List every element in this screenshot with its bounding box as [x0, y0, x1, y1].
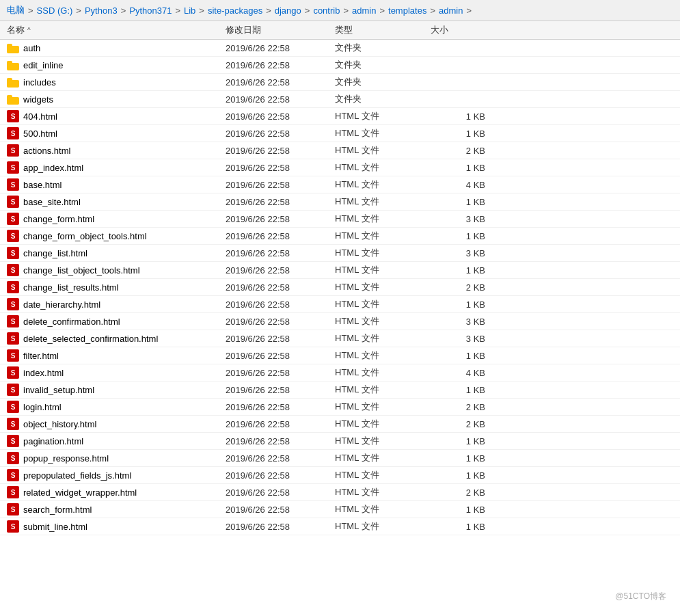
file-size: 1 KB — [431, 470, 499, 481]
file-date: 2019/6/26 22:58 — [226, 419, 335, 429]
folder-row[interactable]: edit_inline 2019/6/26 22:58 文件夹 — [0, 57, 680, 74]
col-name-header[interactable]: 名称 ^ — [7, 24, 226, 36]
file-name: base_site.html — [23, 197, 81, 207]
breadcrumb-pc[interactable]: 电脑 — [7, 4, 25, 16]
file-row[interactable]: S search_form.html 2019/6/26 22:58 HTML … — [0, 501, 680, 518]
column-headers: 名称 ^ 修改日期 类型 大小 — [0, 21, 680, 40]
col-size-header[interactable]: 大小 — [431, 24, 499, 36]
file-name: object_history.html — [23, 419, 96, 429]
file-row[interactable]: S change_form.html 2019/6/26 22:58 HTML … — [0, 211, 680, 228]
breadcrumb-site-packages[interactable]: site-packages — [208, 5, 262, 16]
breadcrumb-sep-4: > — [197, 5, 206, 16]
html-file-icon: S — [7, 213, 19, 225]
file-name-cell: S change_list_object_tools.html — [7, 264, 226, 276]
file-date: 2019/6/26 22:58 — [226, 214, 335, 224]
folder-date: 2019/6/26 22:58 — [226, 43, 335, 53]
file-name-cell: S date_hierarchy.html — [7, 298, 226, 310]
file-row[interactable]: S submit_line.html 2019/6/26 22:58 HTML … — [0, 518, 680, 535]
breadcrumb-python371[interactable]: Python371 — [129, 5, 172, 16]
folder-name-cell: edit_inline — [7, 60, 226, 70]
folder-icon — [7, 77, 19, 88]
file-row[interactable]: S 500.html 2019/6/26 22:58 HTML 文件 1 KB — [0, 125, 680, 142]
html-file-icon: S — [7, 503, 19, 515]
file-size: 1 KB — [431, 351, 499, 361]
sort-arrow-icon: ^ — [27, 27, 31, 34]
file-date: 2019/6/26 22:58 — [226, 351, 335, 361]
file-size: 1 KB — [431, 111, 499, 122]
file-name-cell: S login.html — [7, 401, 226, 413]
file-name: filter.html — [23, 351, 59, 361]
file-row[interactable]: S change_list.html 2019/6/26 22:58 HTML … — [0, 245, 680, 262]
file-name: change_list.html — [23, 248, 87, 258]
file-row[interactable]: S app_index.html 2019/6/26 22:58 HTML 文件… — [0, 159, 680, 176]
html-file-icon: S — [7, 332, 19, 345]
file-row[interactable]: S index.html 2019/6/26 22:58 HTML 文件 4 K… — [0, 364, 680, 381]
file-name-cell: S delete_selected_confirmation.html — [7, 332, 226, 345]
breadcrumb-django[interactable]: django — [275, 5, 301, 16]
file-row[interactable]: S change_list_object_tools.html 2019/6/2… — [0, 262, 680, 279]
folder-name-cell: widgets — [7, 94, 226, 105]
folder-name: edit_inline — [23, 60, 64, 70]
file-type: HTML 文件 — [335, 520, 431, 533]
file-name-cell: S actions.html — [7, 144, 226, 157]
file-date: 2019/6/26 22:58 — [226, 317, 335, 327]
file-size: 1 KB — [431, 453, 499, 464]
file-type: HTML 文件 — [335, 418, 431, 430]
file-name-cell: S related_widget_wrapper.html — [7, 486, 226, 498]
col-date-header[interactable]: 修改日期 — [226, 24, 335, 36]
file-name-cell: S pagination.html — [7, 435, 226, 447]
file-name: submit_line.html — [23, 522, 87, 532]
html-file-icon: S — [7, 230, 19, 242]
col-type-header[interactable]: 类型 — [335, 24, 431, 36]
file-row[interactable]: S delete_confirmation.html 2019/6/26 22:… — [0, 313, 680, 330]
file-date: 2019/6/26 22:58 — [226, 180, 335, 190]
breadcrumb-lib[interactable]: Lib — [184, 5, 195, 16]
file-date: 2019/6/26 22:58 — [226, 453, 335, 464]
breadcrumb-admin2[interactable]: admin — [439, 5, 463, 16]
breadcrumb-contrib[interactable]: contrib — [313, 5, 340, 16]
html-file-icon: S — [7, 435, 19, 447]
folder-icon — [7, 60, 19, 70]
folder-row[interactable]: auth 2019/6/26 22:58 文件夹 — [0, 40, 680, 57]
breadcrumb-admin[interactable]: admin — [352, 5, 376, 16]
file-row[interactable]: S pagination.html 2019/6/26 22:58 HTML 文… — [0, 433, 680, 450]
breadcrumb-ssd[interactable]: SSD (G:) — [37, 5, 73, 16]
html-file-icon: S — [7, 161, 19, 174]
file-type: HTML 文件 — [335, 196, 431, 208]
file-name: app_index.html — [23, 163, 83, 173]
file-size: 3 KB — [431, 214, 499, 224]
file-size: 3 KB — [431, 334, 499, 344]
file-name: change_form_object_tools.html — [23, 231, 147, 241]
html-file-icon: S — [7, 196, 19, 208]
breadcrumb-templates[interactable]: templates — [388, 5, 426, 16]
file-name: popup_response.html — [23, 453, 109, 464]
file-date: 2019/6/26 22:58 — [226, 505, 335, 515]
file-row[interactable]: S base.html 2019/6/26 22:58 HTML 文件 4 KB — [0, 176, 680, 193]
folder-row[interactable]: includes 2019/6/26 22:58 文件夹 — [0, 74, 680, 91]
file-row[interactable]: S related_widget_wrapper.html 2019/6/26 … — [0, 484, 680, 501]
file-size: 3 KB — [431, 317, 499, 327]
breadcrumb-python3[interactable]: Python3 — [85, 5, 118, 16]
file-name: prepopulated_fields_js.html — [23, 470, 131, 481]
file-row[interactable]: S login.html 2019/6/26 22:58 HTML 文件 2 K… — [0, 399, 680, 416]
file-row[interactable]: S filter.html 2019/6/26 22:58 HTML 文件 1 … — [0, 347, 680, 364]
file-row[interactable]: S prepopulated_fields_js.html 2019/6/26 … — [0, 467, 680, 484]
breadcrumb-sep-7: > — [341, 5, 351, 16]
file-name-cell: S change_form_object_tools.html — [7, 230, 226, 242]
file-row[interactable]: S change_list_results.html 2019/6/26 22:… — [0, 279, 680, 296]
folder-row[interactable]: widgets 2019/6/26 22:58 文件夹 — [0, 91, 680, 108]
file-row[interactable]: S change_form_object_tools.html 2019/6/2… — [0, 228, 680, 245]
file-size: 2 KB — [431, 146, 499, 156]
file-row[interactable]: S base_site.html 2019/6/26 22:58 HTML 文件… — [0, 193, 680, 211]
file-row[interactable]: S object_history.html 2019/6/26 22:58 HT… — [0, 416, 680, 433]
file-row[interactable]: S 404.html 2019/6/26 22:58 HTML 文件 1 KB — [0, 108, 680, 125]
file-name-cell: S index.html — [7, 366, 226, 379]
file-row[interactable]: S actions.html 2019/6/26 22:58 HTML 文件 2… — [0, 142, 680, 159]
file-row[interactable]: S date_hierarchy.html 2019/6/26 22:58 HT… — [0, 296, 680, 313]
file-name: delete_selected_confirmation.html — [23, 334, 158, 344]
file-row[interactable]: S delete_selected_confirmation.html 2019… — [0, 330, 680, 347]
file-type: HTML 文件 — [335, 298, 431, 310]
html-file-icon: S — [7, 178, 19, 191]
file-row[interactable]: S invalid_setup.html 2019/6/26 22:58 HTM… — [0, 381, 680, 399]
file-row[interactable]: S popup_response.html 2019/6/26 22:58 HT… — [0, 450, 680, 467]
